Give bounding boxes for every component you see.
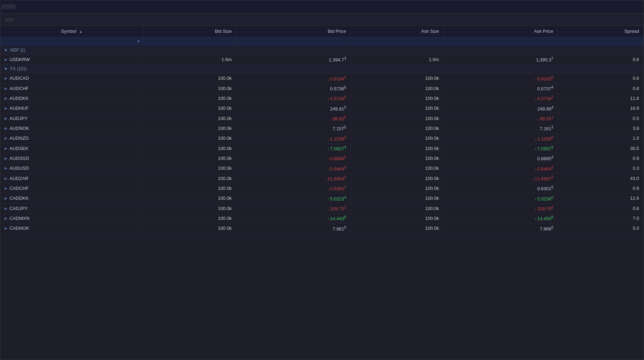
column-header-symbol[interactable]: Symbol ▲ bbox=[0, 26, 143, 37]
row-expand-arrow[interactable]: ▶ bbox=[5, 146, 7, 150]
bid-price-last: 6 bbox=[344, 115, 346, 119]
row-expand-arrow[interactable]: ▶ bbox=[5, 226, 7, 230]
cell-ask-size: 100.0k bbox=[351, 73, 443, 83]
cell-ask-size: 100.0k bbox=[351, 193, 443, 203]
column-ask-price-label: Ask Price bbox=[534, 29, 553, 34]
group-row-1[interactable]: ▼ FX (101) bbox=[0, 65, 644, 73]
bid-price-main: 1.1038 bbox=[330, 136, 344, 142]
bid-price-last: 2 bbox=[344, 205, 346, 209]
column-symbol-label: Symbol bbox=[61, 29, 76, 34]
group-label: ▼ FX (101) bbox=[0, 65, 644, 73]
table-row[interactable]: ▶ CADJPY 100.0k ↓109.752 100.0k ↓109.758… bbox=[0, 203, 644, 213]
table-row[interactable]: ▶ AUDSEK 100.0k ↑7.09274 100.0k ↑7.09579… bbox=[0, 143, 644, 153]
filter-cell-symbol: ▼ bbox=[0, 37, 143, 46]
cell-symbol: ▶ AUDSEK bbox=[0, 143, 143, 153]
table-row[interactable]: ▶ CADCHF 100.0k ↓0.63007 100.0k 0.63016 … bbox=[0, 183, 644, 193]
filter-cell-bid-price bbox=[236, 37, 351, 46]
row-expand-arrow[interactable]: ▶ bbox=[5, 76, 7, 80]
table-row[interactable]: ▶ AUDUSD 100.0k ↓0.64640 100.0k ↓0.64643… bbox=[0, 163, 644, 173]
table-row[interactable]: ▶ AUDJPY 100.0k ↓99.926 100.0k ↓99.931 0… bbox=[0, 113, 644, 123]
symbol-name: AUDNOK bbox=[10, 126, 29, 131]
cell-symbol: ▶ AUDNZD bbox=[0, 133, 143, 143]
table-row[interactable]: ▶ AUDNOK 100.0k 7.1575 100.0k 7.1613 3.8 bbox=[0, 123, 644, 133]
filter-cell-bid-size bbox=[143, 37, 236, 46]
row-expand-arrow[interactable]: ▶ bbox=[5, 196, 7, 200]
row-expand-arrow[interactable]: ▶ bbox=[5, 136, 7, 140]
ask-price-main: 7.866 bbox=[540, 226, 551, 232]
cell-symbol: ▶ AUDSGD bbox=[0, 153, 143, 163]
cell-spread: 1.0 bbox=[558, 133, 644, 143]
table-row[interactable]: ▶ AUDHUF 100.0k 249.815 100.0k 249.994 1… bbox=[0, 103, 644, 113]
row-expand-arrow[interactable]: ▶ bbox=[5, 166, 7, 170]
table-row[interactable]: ▶ CADNOK 100.0k 7.8610 100.0k 7.8660 5.0 bbox=[0, 223, 644, 233]
table-row[interactable]: ▶ CADMXN 100.0k ↑14.4438 100.0k ↑14.4508… bbox=[0, 213, 644, 223]
table-row[interactable]: ▶ AUDDKK 100.0k ↓4.57266 100.0k ↓4.57382… bbox=[0, 93, 644, 103]
cell-bid-price: ↓0.63007 bbox=[236, 183, 351, 193]
filter-icon[interactable]: ▼ bbox=[136, 39, 140, 43]
row-expand-arrow[interactable]: ▶ bbox=[5, 216, 7, 220]
cell-ask-price: ↑7.09579 bbox=[443, 143, 558, 153]
row-expand-arrow[interactable]: ▶ bbox=[5, 206, 7, 210]
cell-bid-size: 100.0k bbox=[143, 213, 236, 223]
cell-bid-size: 100.0k bbox=[143, 103, 236, 113]
ask-price-last: 8 bbox=[551, 215, 554, 219]
column-bid-size-label: Bid Size bbox=[215, 29, 232, 34]
row-expand-arrow[interactable]: ▶ bbox=[5, 86, 7, 90]
cell-symbol: ▶ AUDJPY bbox=[0, 113, 143, 123]
table-row[interactable]: ▶ USDKRW 1.6m 1,394.73 1.0m 1,395.37 0.6 bbox=[0, 55, 644, 65]
group-toggle-icon[interactable]: ▼ bbox=[4, 48, 8, 52]
cell-ask-size: 100.0k bbox=[351, 163, 443, 173]
ask-price-last: 4 bbox=[551, 155, 554, 159]
table-row[interactable]: ▶ AUDCHF 100.0k 0.57366 100.0k 0.57374 0… bbox=[0, 83, 644, 93]
column-header-ask-price[interactable]: Ask Price bbox=[443, 26, 558, 37]
row-expand-arrow[interactable]: ▶ bbox=[5, 176, 7, 180]
bid-price-main: 0.8684 bbox=[330, 156, 344, 161]
ask-price-main: 0.6301 bbox=[537, 186, 551, 191]
cell-bid-price: 1,394.73 bbox=[236, 55, 351, 65]
cell-bid-size: 100.0k bbox=[143, 183, 236, 193]
bid-price-last: 0 bbox=[344, 165, 346, 169]
group-toggle-icon[interactable]: ▼ bbox=[4, 67, 8, 71]
ask-price-last: 4 bbox=[551, 105, 554, 109]
row-expand-arrow[interactable]: ▶ bbox=[5, 96, 7, 100]
row-expand-arrow[interactable]: ▶ bbox=[5, 156, 7, 160]
table-row[interactable]: ▶ AUDCAD 100.0k ↓0.91044 100.0k ↓0.91050… bbox=[0, 73, 644, 83]
cell-bid-size: 100.0k bbox=[143, 113, 236, 123]
column-header-bid-price[interactable]: Bid Price bbox=[236, 26, 351, 37]
filter-row: ▼ bbox=[0, 37, 644, 46]
group-row-0[interactable]: ▼ NDF (1) bbox=[0, 46, 644, 55]
column-header-ask-size[interactable]: Ask Size bbox=[351, 26, 443, 37]
row-expand-arrow[interactable]: ▶ bbox=[5, 116, 7, 120]
ask-price-main: 0.6464 bbox=[537, 166, 551, 172]
cell-ask-price: 249.994 bbox=[443, 103, 558, 113]
row-expand-arrow[interactable]: ▶ bbox=[5, 58, 7, 61]
bid-price-last: 8 bbox=[344, 215, 346, 219]
table-row[interactable]: ▶ CADDKK 100.0k ↑5.02234 100.0k ↑5.02360… bbox=[0, 193, 644, 203]
cell-symbol: ▶ CADNOK bbox=[0, 223, 143, 233]
row-expand-arrow[interactable]: ▶ bbox=[5, 106, 7, 110]
cell-spread: 5.0 bbox=[558, 223, 644, 233]
table-row[interactable]: ▶ AUDZAR 100.0k ↓11.69542 100.0k ↓11.699… bbox=[0, 173, 644, 183]
column-header-spread[interactable]: Spread bbox=[558, 26, 644, 37]
bid-price-main: 5.0223 bbox=[330, 196, 344, 202]
bid-price-main: 14.443 bbox=[330, 216, 344, 221]
bid-price-last: 0 bbox=[344, 135, 346, 139]
row-expand-arrow[interactable]: ▶ bbox=[5, 186, 7, 190]
symbol-name: AUDUSD bbox=[10, 166, 29, 171]
cell-bid-size: 100.0k bbox=[143, 153, 236, 163]
ask-price-last: 2 bbox=[551, 175, 554, 179]
column-header-bid-size[interactable]: Bid Size bbox=[143, 26, 236, 37]
cell-bid-price: ↑5.02234 bbox=[236, 193, 351, 203]
cell-symbol: ▶ AUDZAR bbox=[0, 173, 143, 183]
cell-ask-size: 100.0k bbox=[351, 173, 443, 183]
bid-price-last: 5 bbox=[344, 125, 346, 129]
cell-spread: 7.0 bbox=[558, 213, 644, 223]
table-row[interactable]: ▶ AUDNZD 100.0k ↓1.10380 100.0k ↓1.10390… bbox=[0, 133, 644, 143]
market-watch-tab[interactable] bbox=[2, 5, 15, 9]
row-expand-arrow[interactable]: ▶ bbox=[5, 126, 7, 130]
table-row[interactable]: ▶ AUDSGD 100.0k ↓0.86845 100.0k 0.86854 … bbox=[0, 153, 644, 163]
stream-selector[interactable] bbox=[5, 18, 14, 21]
cell-spread: 0.6 bbox=[558, 203, 644, 213]
symbol-name: AUDNZD bbox=[10, 136, 29, 141]
bid-price-main: 99.92 bbox=[333, 116, 344, 121]
